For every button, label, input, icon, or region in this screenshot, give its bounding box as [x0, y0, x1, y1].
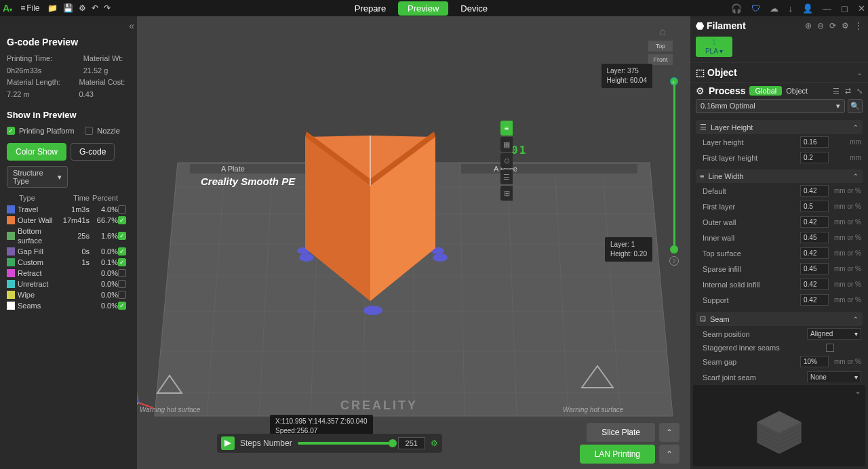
layer-height-input[interactable]: 0.16	[800, 136, 829, 148]
group-layer-height[interactable]: ☰Layer Height⌃	[696, 120, 863, 134]
layer-slider[interactable]: + ?	[673, 80, 675, 266]
lw-outer-wall-input[interactable]: 0.42	[800, 216, 829, 228]
cloud-icon[interactable]: ☁	[770, 3, 778, 14]
type-toggle[interactable]	[118, 302, 126, 310]
shield-icon[interactable]: 🛡	[751, 3, 760, 14]
slider-handle-bottom[interactable]	[670, 245, 678, 253]
gcode-stats: Printing Time: 0h26m33s Material Wt: 21.…	[7, 53, 130, 100]
type-row-unretract: Unretract0.0%	[7, 279, 130, 289]
seam-position-dropdown[interactable]: Aligned▾	[807, 328, 861, 340]
lw-top-surface-input[interactable]: 0.42	[800, 247, 829, 259]
layers-icon: ☰	[700, 123, 707, 131]
type-row-custom: Custom1s0.1%	[7, 257, 130, 268]
type-row-travel: Travel1m3s4.0%	[7, 204, 130, 215]
scarf-joint-dropdown[interactable]: None▾	[807, 371, 861, 382]
swatch-icon	[7, 269, 15, 277]
plate-index-label: 01	[511, 144, 527, 157]
lw-sparse-infill-input[interactable]: 0.45	[800, 263, 829, 274]
settings-filament-icon[interactable]: ⚙	[842, 21, 849, 30]
side-tab-other[interactable]: ⊞	[500, 186, 513, 201]
type-row-gap-fill: Gap Fill0s0.0%	[7, 246, 130, 257]
global-tab[interactable]: Global	[749, 86, 782, 96]
file-menu[interactable]: ≡File	[18, 2, 42, 14]
structure-type-dropdown[interactable]: Structure Type▾	[7, 166, 68, 188]
type-toggle[interactable]	[118, 269, 126, 277]
svg-text:CREALITY: CREALITY	[340, 399, 418, 412]
side-tab-strength[interactable]: ▦	[500, 137, 513, 152]
more-filament-icon[interactable]: ⋮	[854, 21, 863, 30]
color-show-button[interactable]: Color Show	[7, 143, 66, 161]
open-icon[interactable]: 📁	[47, 3, 58, 13]
first-layer-height-input[interactable]: 0.2	[800, 152, 829, 163]
nozzle-checkbox[interactable]	[85, 127, 93, 135]
filament-chip[interactable]: 1 PLA ▾	[696, 37, 732, 57]
object-collapse-icon[interactable]: ⌄	[856, 68, 863, 77]
settings-icon[interactable]: ⚙	[79, 3, 86, 13]
filament-icon: ⬣	[696, 20, 704, 31]
search-preset-icon[interactable]: 🔍	[848, 99, 863, 113]
group-seam[interactable]: ⊡Seam⌃	[696, 312, 863, 326]
tab-device[interactable]: Device	[451, 1, 497, 16]
type-row-seams: Seams0.0%	[7, 300, 130, 311]
app-logo-icon[interactable]: A▾	[3, 3, 12, 14]
type-toggle[interactable]	[118, 280, 126, 288]
swatch-icon	[7, 291, 15, 299]
side-tab-speed[interactable]: ⊙	[500, 153, 513, 168]
object-tab[interactable]: Object	[786, 87, 808, 95]
lw-first-layer-input[interactable]: 0.5	[800, 201, 829, 212]
type-row-outer-wall: Outer Wall17m41s66.7%	[7, 215, 130, 226]
preset-dropdown[interactable]: 0.16mm Optimal▾	[696, 99, 845, 113]
lw-support-input[interactable]: 0.42	[800, 294, 829, 306]
minimize-icon[interactable]: —	[823, 3, 831, 14]
seam-icon: ⊡	[700, 314, 706, 323]
lw-default-input[interactable]: 0.42	[800, 185, 829, 197]
sync-filament-icon[interactable]: ⟳	[829, 21, 836, 30]
remove-filament-icon[interactable]: ⊖	[817, 21, 824, 30]
viewport-3d[interactable]: A Plate A Plate Creality Smooth PE Warni…	[137, 16, 690, 469]
expand-icon[interactable]: ⤡	[856, 87, 863, 96]
filter-icon[interactable]: ☰	[833, 87, 840, 96]
type-toggle[interactable]	[118, 232, 126, 240]
slider-help-icon[interactable]: ?	[669, 256, 679, 266]
lw-solid-infill-input[interactable]: 0.42	[800, 279, 829, 290]
thumbnail-minimize-icon[interactable]: ⌄	[854, 386, 861, 396]
svg-point-26	[433, 253, 448, 262]
type-toggle[interactable]	[118, 247, 126, 256]
user-icon[interactable]: 👤	[802, 3, 813, 14]
type-row-bottom-surface: Bottom surface25s1.6%	[7, 226, 130, 246]
redo-icon[interactable]: ↷	[104, 3, 111, 13]
tab-prepare[interactable]: Prepare	[345, 1, 395, 16]
lan-printing-button[interactable]: LAN Printing	[580, 445, 655, 464]
side-tab-support[interactable]: ☰	[500, 169, 513, 184]
svg-point-25	[299, 253, 314, 262]
side-tab-quality[interactable]: ≡	[500, 121, 513, 136]
compare-icon[interactable]: ⇄	[845, 87, 851, 96]
group-line-width[interactable]: ≡Line Width⌃	[696, 169, 863, 183]
printing-platform-checkbox[interactable]	[7, 127, 15, 135]
seam-gap-input[interactable]: 10%	[800, 356, 829, 367]
staggered-seams-checkbox[interactable]	[826, 344, 834, 352]
add-filament-icon[interactable]: ⊕	[805, 21, 812, 30]
svg-point-27	[363, 306, 382, 315]
type-toggle[interactable]	[118, 258, 126, 266]
download-icon[interactable]: ↓	[788, 3, 793, 14]
close-icon[interactable]: ✕	[858, 3, 865, 14]
mode-tabs: Prepare Preview Device	[345, 1, 497, 16]
undo-icon[interactable]: ↶	[92, 3, 98, 13]
gcode-button[interactable]: G-code	[71, 143, 115, 161]
tab-preview[interactable]: Preview	[398, 1, 448, 16]
save-icon[interactable]: 💾	[63, 3, 73, 13]
home-view-icon[interactable]: ⌂	[659, 26, 666, 38]
object-icon: ⬚	[696, 67, 705, 78]
support-icon[interactable]: 🎧	[731, 3, 742, 14]
maximize-icon[interactable]: ◻	[841, 3, 848, 14]
type-toggle[interactable]	[118, 291, 126, 299]
type-toggle[interactable]	[118, 205, 126, 213]
view-top[interactable]: Top	[648, 41, 673, 52]
print-dropdown-button[interactable]: ⌃	[659, 445, 679, 464]
process-icon: ⚙	[696, 85, 705, 96]
lw-inner-wall-input[interactable]: 0.45	[800, 232, 829, 243]
collapse-left-icon[interactable]: «	[129, 20, 134, 31]
filament-title: Filament	[707, 20, 746, 31]
type-toggle[interactable]	[118, 216, 126, 224]
